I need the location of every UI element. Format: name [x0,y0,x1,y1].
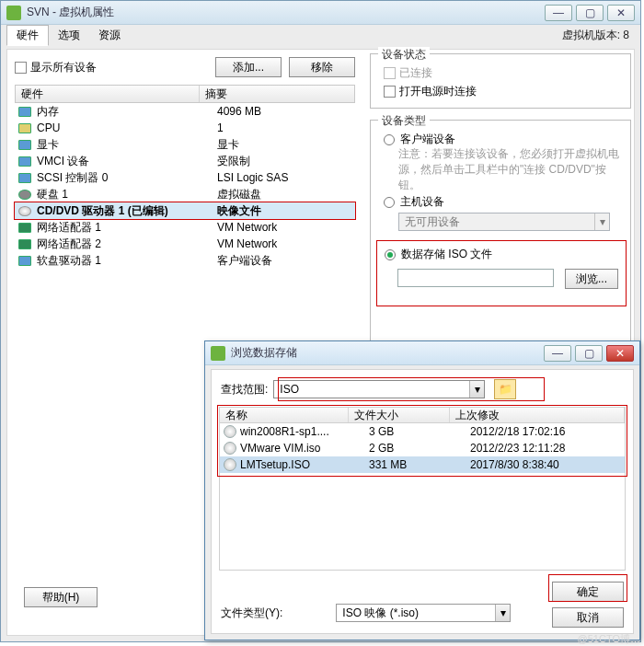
col-size[interactable]: 文件大小 [349,408,450,422]
file-name: win2008R1-sp1.... [240,425,369,438]
radio-iso[interactable] [385,249,396,260]
add-button[interactable]: 添加... [215,57,282,77]
hw-summary: 4096 MB [217,105,355,118]
file-row[interactable]: VMware VIM.iso2 GB2012/2/23 12:11:28 [220,440,625,456]
hardware-row[interactable]: SCSI 控制器 0LSI Logic SAS [15,169,355,186]
maximize-button[interactable]: ▢ [576,5,604,21]
poweron-checkbox[interactable] [384,86,396,98]
scsi-icon [18,173,31,183]
minimize-button[interactable]: — [545,5,572,21]
col-modified[interactable]: 上次修改 [450,408,625,422]
hardware-row[interactable]: CPU1 [15,120,355,136]
vsphere-icon [211,346,225,361]
hardware-row[interactable]: 显卡显卡 [15,136,355,153]
file-modified: 2017/8/30 8:38:40 [470,458,625,471]
folder-up-button[interactable]: 📁 [494,379,516,399]
dialog-close-button[interactable]: ✕ [606,345,634,362]
dialog-title: 浏览数据存储 [231,345,544,361]
floppy-icon [18,256,31,266]
iso-file-icon [224,425,236,438]
cd-icon [18,206,31,216]
chevron-down-icon[interactable]: ▾ [469,381,484,398]
titlebar: SVN - 虚拟机属性 — ▢ ✕ [1,1,640,25]
hardware-row[interactable]: 网络适配器 1VM Network [15,219,355,236]
tab-row: 硬件 选项 资源 虚拟机版本: 8 [1,25,640,45]
hardware-row[interactable]: 内存4096 MB [15,103,355,120]
col-summary[interactable]: 摘要 [200,86,354,102]
hw-name: 显卡 [37,137,217,153]
hw-name: 软盘驱动器 1 [37,253,217,269]
vm-version: 虚拟机版本: 8 [562,28,629,43]
filetype-combo[interactable]: ISO 映像 (*.iso) ▾ [336,604,511,622]
show-all-label: 显示所有设备 [30,60,97,75]
disk-icon [18,190,31,200]
file-size: 2 GB [369,442,470,455]
help-button[interactable]: 帮助(H) [24,587,98,607]
hw-summary: VM Network [217,237,355,250]
close-button[interactable]: ✕ [607,5,635,21]
col-hardware[interactable]: 硬件 [16,86,200,102]
iso-highlight: 数据存储 ISO 文件 浏览... [376,240,627,306]
iso-file-icon [224,458,236,471]
hw-summary: 受限制 [217,154,355,169]
watermark: @51CTO博… [578,632,640,646]
ok-button[interactable]: 确定 [552,582,624,602]
hw-summary: 客户端设备 [217,253,355,269]
hardware-row[interactable]: 硬盘 1虚拟磁盘 [15,186,355,202]
cpu-icon [18,123,31,133]
dialog-titlebar: 浏览数据存储 — ▢ ✕ [205,341,639,365]
file-modified: 2012/2/23 12:11:28 [470,442,625,455]
hw-summary: VM Network [217,221,355,234]
file-size: 331 MB [369,458,470,471]
browse-button[interactable]: 浏览... [565,269,618,289]
hardware-row[interactable]: 网络适配器 2VM Network [15,236,355,252]
hardware-row[interactable]: CD/DVD 驱动器 1 (已编辑)映像文件 [15,202,355,219]
remove-button[interactable]: 移除 [289,57,355,77]
cancel-button[interactable]: 取消 [552,607,624,628]
mem-icon [18,107,31,117]
iso-path-input[interactable] [397,269,554,287]
file-list[interactable]: win2008R1-sp1....3 GB2012/2/18 17:02:16V… [219,423,626,571]
gpu-icon [18,140,31,150]
tab-hardware[interactable]: 硬件 [6,25,49,46]
radio-host[interactable] [384,197,395,208]
file-row[interactable]: win2008R1-sp1....3 GB2012/2/18 17:02:16 [220,423,625,440]
hw-summary: LSI Logic SAS [217,171,355,184]
dialog-minimize-button[interactable]: — [544,345,571,362]
filelist-header: 名称 文件大小 上次修改 [219,407,626,423]
dialog-maximize-button[interactable]: ▢ [575,345,603,362]
hardware-row[interactable]: VMCI 设备受限制 [15,153,355,169]
radio-client[interactable] [384,134,395,145]
col-name[interactable]: 名称 [220,408,349,422]
connected-checkbox [384,67,396,79]
file-name: LMTsetup.ISO [240,458,369,471]
hw-name: 网络适配器 2 [37,236,217,252]
file-size: 3 GB [369,425,470,438]
tab-options[interactable]: 选项 [49,26,89,45]
net-icon [18,223,31,233]
browse-datastore-dialog: 浏览数据存储 — ▢ ✕ 查找范围: ISO ▾ 📁 名称 文件大小 上次修改 … [204,340,640,640]
hw-summary: 虚拟磁盘 [217,187,355,202]
connected-label: 已连接 [399,65,432,81]
hw-summary: 映像文件 [217,203,355,219]
hw-summary: 显卡 [217,137,355,153]
device-type-group: 设备类型 客户端设备 注意：若要连接该设备，您必须打开虚拟机电源，然后单击工具栏… [370,120,631,363]
file-modified: 2012/2/18 17:02:16 [470,425,625,438]
vmci-icon [18,156,31,167]
device-status-group: 设备状态 已连接 打开电源时连接 [370,53,631,109]
host-device-select: 无可用设备 ▾ [398,213,610,231]
vsphere-icon [6,6,21,20]
iso-label: 数据存储 ISO 文件 [401,247,492,262]
chevron-down-icon[interactable]: ▾ [495,605,510,621]
folder-up-icon: 📁 [499,383,512,396]
hw-name: 网络适配器 1 [37,220,217,236]
show-all-checkbox[interactable] [15,62,27,74]
scope-combo[interactable]: ISO ▾ [273,380,485,398]
tab-resources[interactable]: 资源 [89,26,130,45]
hardware-row[interactable]: 软盘驱动器 1客户端设备 [15,252,355,269]
iso-file-icon [224,442,236,455]
hw-name: VMCI 设备 [37,154,217,169]
dialog-body: 查找范围: ISO ▾ 📁 名称 文件大小 上次修改 win2008R1-sp1… [211,369,634,634]
client-note: 注意：若要连接该设备，您必须打开虚拟机电源，然后单击工具栏中的"连接 CD/DV… [398,146,619,192]
file-row[interactable]: LMTsetup.ISO331 MB2017/8/30 8:38:40 [220,456,625,473]
